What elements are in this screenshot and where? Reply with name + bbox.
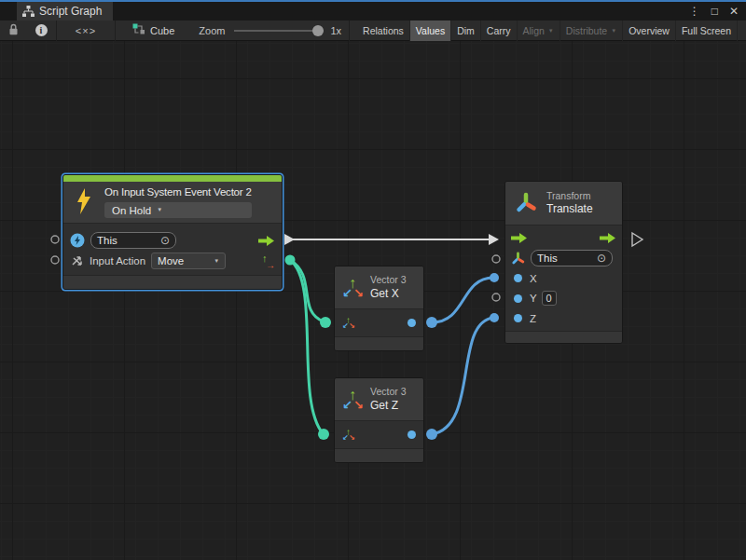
getx-input-port[interactable]: [320, 317, 331, 328]
relations-button[interactable]: Relations: [357, 20, 410, 41]
node-footer: [505, 331, 622, 343]
tab-title: Script Graph: [39, 5, 102, 18]
node-title: Get Z: [370, 399, 407, 413]
input-action-icon: [70, 254, 84, 267]
node-on-input-system-event[interactable]: On Input System Event Vector 2 On Hold ▼: [62, 174, 283, 290]
object-picker-icon[interactable]: ⊙: [160, 235, 170, 246]
translate-y-port[interactable]: [492, 294, 500, 301]
lock-button[interactable]: [0, 20, 26, 41]
toolbar-separator: [349, 20, 350, 41]
overview-button[interactable]: Overview: [623, 20, 676, 41]
port-y-dot[interactable]: [514, 294, 522, 303]
input-action-dropdown[interactable]: Move ▼: [151, 253, 226, 269]
toolbar-separator: [115, 20, 116, 41]
translate-target-field[interactable]: This ⊙: [531, 250, 613, 266]
translate-z-wire-port[interactable]: [490, 313, 499, 322]
graph-canvas[interactable]: On Input System Event Vector 2 On Hold ▼: [0, 41, 746, 560]
script-graph-asset-icon: [132, 23, 145, 37]
port-z-label: Z: [530, 313, 536, 324]
lightning-bolt-icon: [75, 187, 93, 219]
zoom-slider-handle[interactable]: [312, 25, 324, 36]
code-view-button[interactable]: <×>: [57, 20, 115, 41]
port-x-label: X: [530, 273, 537, 284]
node-footer: [335, 448, 423, 462]
vector3-icon: ↑↙↘: [342, 388, 365, 412]
translate-x-wire-port[interactable]: [490, 273, 499, 282]
zoom-slider[interactable]: [234, 25, 324, 36]
zoom-label: Zoom: [199, 25, 225, 36]
dim-button[interactable]: Dim: [451, 20, 481, 41]
float-wire-getx-to-x: [432, 278, 493, 322]
getx-output-wire-port[interactable]: [426, 317, 437, 328]
chevron-down-icon: ▼: [214, 258, 219, 264]
script-graph-window: Script Graph ⋮ □ ✕ i <×>: [0, 0, 746, 560]
node-footer: [63, 275, 282, 289]
object-picker-icon[interactable]: ⊙: [597, 253, 606, 264]
toolbar-toggles: Relations Values Dim Carry Align ▼ Distr…: [357, 20, 738, 41]
input-action-label: Input Action: [90, 255, 145, 266]
zoom-value: 1x: [330, 25, 341, 36]
values-button[interactable]: Values: [410, 20, 451, 41]
event-mode-dropdown[interactable]: On Hold ▼: [104, 202, 252, 218]
event-action-port[interactable]: [51, 256, 59, 264]
flow-output-arrow-icon[interactable]: [600, 232, 616, 244]
window-maximize-button[interactable]: □: [711, 2, 718, 20]
getz-input-port[interactable]: [318, 429, 329, 440]
node-category: Vector 3: [370, 386, 407, 398]
zoom-slider-track: [234, 30, 324, 32]
float-output-port-dot[interactable]: [408, 319, 416, 327]
vector2-output-icon[interactable]: ↑→: [260, 253, 275, 269]
graph-toolbar: i <×> Cube Zoom 1x: [0, 20, 746, 41]
lock-icon: [8, 23, 19, 37]
event-this-type-icon: [70, 233, 85, 248]
port-y-value-field[interactable]: 0: [542, 291, 557, 306]
chevron-down-icon: ▼: [611, 28, 616, 34]
node-title: Translate: [546, 202, 593, 216]
graph-breadcrumb[interactable]: Cube: [132, 23, 174, 37]
flow-input-arrow-icon[interactable]: [511, 232, 528, 244]
translate-this-port[interactable]: [492, 255, 500, 263]
window-menu-button[interactable]: ⋮: [689, 2, 700, 20]
transform-port-icon[interactable]: [511, 252, 525, 266]
vector3-icon: ↑↙↘: [342, 276, 365, 300]
info-icon: i: [35, 24, 48, 36]
chevron-down-icon: ▼: [548, 28, 554, 34]
port-x-dot[interactable]: [514, 274, 522, 282]
info-button[interactable]: i: [26, 20, 56, 41]
flow-output-arrow-icon[interactable]: [258, 235, 275, 247]
node-title: Get X: [370, 287, 407, 301]
node-category: Vector 3: [370, 274, 407, 286]
chevron-down-icon: ▼: [157, 207, 162, 214]
getz-output-wire-port[interactable]: [426, 429, 437, 440]
node-title: On Input System Event Vector 2: [104, 185, 252, 198]
zoom-control: Zoom 1x: [199, 25, 341, 36]
window-controls: ⋮ □ ✕: [689, 2, 739, 20]
node-translate[interactable]: Transform Translate: [504, 181, 623, 344]
event-this-port[interactable]: [51, 236, 59, 243]
carry-button[interactable]: Carry: [481, 20, 518, 41]
node-category: Transform: [546, 190, 593, 202]
distribute-button: Distribute ▼: [560, 20, 623, 41]
vector2-output-port[interactable]: [285, 255, 296, 266]
tab-bar: Script Graph ⋮ □ ✕: [0, 2, 746, 20]
tab-script-graph[interactable]: Script Graph: [17, 2, 113, 20]
flow-wire-dest-arrow-icon: [489, 234, 499, 245]
node-get-x[interactable]: ↑↙↘ Vector 3 Get X ↑↙↘: [334, 266, 424, 351]
event-accent-bar: [63, 175, 282, 182]
translate-flow-out-arrow-icon[interactable]: [632, 233, 642, 246]
vector3-input-port-icon[interactable]: ↑↙↘: [342, 428, 356, 443]
transform-icon: [515, 192, 537, 214]
code-icon: <×>: [76, 25, 96, 36]
event-target-field[interactable]: This ⊙: [90, 232, 176, 249]
flow-wire-source-arrow-icon: [284, 234, 295, 245]
vector2-wire-to-getz: [290, 260, 323, 433]
window-close-button[interactable]: ✕: [729, 2, 739, 20]
port-z-dot[interactable]: [514, 314, 522, 322]
vector3-input-port-icon[interactable]: ↑↙↘: [342, 316, 356, 331]
graph-name: Cube: [150, 25, 174, 36]
align-button: Align ▼: [518, 20, 560, 41]
node-get-z[interactable]: ↑↙↘ Vector 3 Get Z ↑↙↘: [334, 377, 424, 463]
vector2-wire-to-getx: [290, 260, 324, 321]
full-screen-button[interactable]: Full Screen: [676, 20, 738, 41]
float-output-port-dot[interactable]: [408, 430, 416, 439]
